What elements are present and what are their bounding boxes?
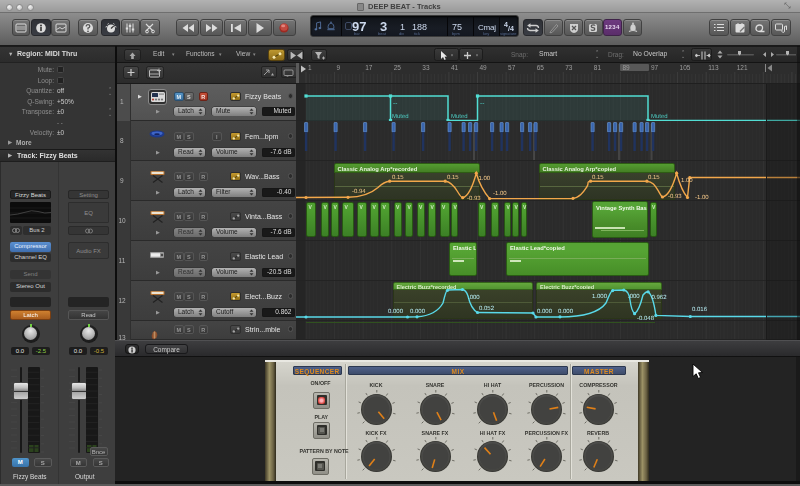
svg-text:0.000: 0.000: [537, 308, 553, 315]
svg-text:1.000: 1.000: [592, 293, 608, 300]
svg-text:-0.048: -0.048: [637, 315, 655, 321]
svg-text:.000: .000: [468, 294, 480, 301]
svg-text:1.00: 1.00: [681, 177, 693, 184]
svg-text:--: --: [393, 100, 397, 107]
svg-text:Muted: Muted: [392, 113, 409, 120]
svg-text:-0.93: -0.93: [467, 195, 481, 201]
svg-text:Muted: Muted: [451, 113, 468, 120]
svg-text:-0.94: -0.94: [352, 188, 366, 195]
svg-text:0.000: 0.000: [388, 308, 404, 315]
svg-text:0.15: 0.15: [592, 174, 604, 181]
svg-text:.000: .000: [628, 293, 640, 300]
svg-text:0.000: 0.000: [558, 308, 574, 315]
svg-text:-1.00: -1.00: [695, 194, 709, 201]
svg-text:0.962: 0.962: [652, 294, 668, 301]
svg-text:-1.00: -1.00: [493, 190, 507, 197]
svg-text:0.15: 0.15: [447, 174, 459, 181]
svg-text:0.000: 0.000: [410, 308, 426, 315]
svg-text:Muted: Muted: [651, 113, 668, 120]
svg-text:0.15: 0.15: [392, 174, 404, 181]
svg-text:-0.93: -0.93: [668, 193, 682, 200]
svg-text:0.15: 0.15: [648, 174, 660, 181]
svg-text:--: --: [480, 100, 484, 107]
svg-text:1.00: 1.00: [479, 175, 491, 182]
svg-text:0.016: 0.016: [692, 306, 708, 313]
svg-text:0.052: 0.052: [479, 305, 495, 312]
